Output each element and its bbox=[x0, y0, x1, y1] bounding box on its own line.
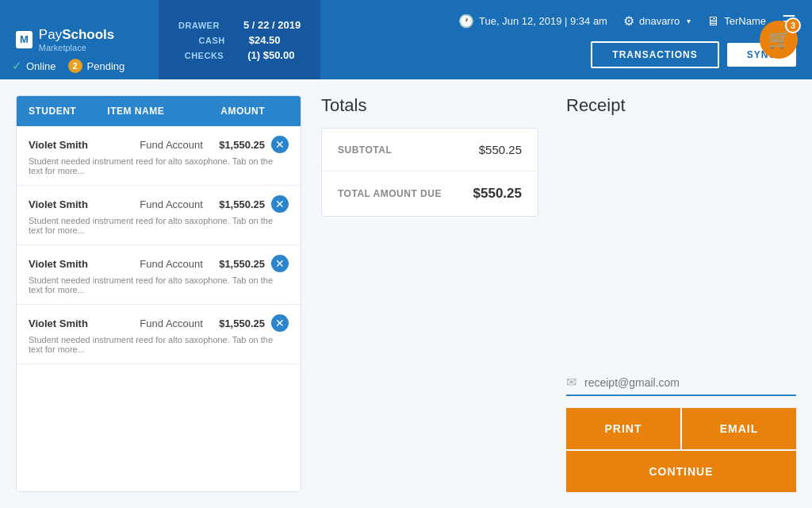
header-right: 🕐 Tue, Jun 12, 2019 | 9:34 am ⚙ dnavarro… bbox=[320, 0, 812, 79]
col-item-header: ITEM NAME bbox=[107, 106, 186, 117]
gear-icon: ⚙ bbox=[623, 13, 634, 29]
subtotal-row: SUBTOTAL $550.25 bbox=[322, 129, 538, 171]
email-row: ✉ bbox=[566, 375, 796, 396]
print-button[interactable]: PRINT bbox=[566, 408, 680, 449]
col-amount-header: AMOUNT bbox=[186, 106, 289, 117]
cart-table: STUDENT ITEM NAME AMOUNT Violet Smith Fu… bbox=[16, 95, 301, 492]
online-status: ✓ Online bbox=[12, 59, 56, 73]
receipt-title: Receipt bbox=[566, 95, 796, 116]
header-user[interactable]: ⚙ dnavarro ▾ bbox=[623, 13, 691, 29]
pending-count-badge: 2 bbox=[68, 59, 82, 73]
table-row: Violet Smith Fund Account $1,550.25 ✕ St… bbox=[17, 245, 301, 305]
pending-status: 2 Pending bbox=[68, 59, 125, 73]
transactions-button[interactable]: TRANSACTIONS bbox=[591, 41, 718, 68]
cart-bubble[interactable]: 🛒 3 bbox=[760, 21, 798, 59]
drawer-info: DRAWER 5 / 22 / 2019 CASH $24.50 CHECKS … bbox=[159, 0, 320, 79]
email-button[interactable]: EMAIL bbox=[682, 408, 796, 449]
table-row: Violet Smith Fund Account $1,550.25 ✕ St… bbox=[17, 305, 301, 364]
remove-item-button[interactable]: ✕ bbox=[271, 136, 289, 153]
logo-text: PaySchools Marketplace bbox=[39, 27, 114, 52]
receipt-area: ✉ PRINT EMAIL CONTINUE bbox=[566, 128, 796, 492]
table-body: Violet Smith Fund Account $1,550.25 ✕ St… bbox=[17, 126, 301, 487]
monitor-icon: 🖥 bbox=[707, 14, 719, 29]
action-buttons: PRINT EMAIL CONTINUE bbox=[566, 408, 796, 492]
totals-panel: Totals SUBTOTAL $550.25 TOTAL AMOUNT DUE… bbox=[301, 79, 558, 508]
clock-icon: 🕐 bbox=[458, 13, 474, 29]
logo-m-icon: M bbox=[16, 31, 33, 48]
totals-box: SUBTOTAL $550.25 TOTAL AMOUNT DUE $550.2… bbox=[321, 128, 538, 217]
table-row: Violet Smith Fund Account $1,550.25 ✕ St… bbox=[17, 186, 301, 245]
print-email-row: PRINT EMAIL bbox=[566, 408, 796, 449]
remove-item-button[interactable]: ✕ bbox=[271, 314, 289, 332]
header-terminal: 🖥 TerName bbox=[707, 14, 766, 29]
col-student-header: STUDENT bbox=[29, 106, 107, 117]
totals-title: Totals bbox=[321, 95, 538, 116]
continue-button[interactable]: CONTINUE bbox=[566, 451, 796, 492]
email-icon: ✉ bbox=[566, 375, 576, 390]
remove-item-button[interactable]: ✕ bbox=[271, 255, 289, 272]
total-row: TOTAL AMOUNT DUE $550.25 bbox=[322, 171, 538, 216]
email-input[interactable] bbox=[584, 376, 796, 389]
receipt-panel: Receipt ✉ PRINT EMAIL CONTINUE bbox=[558, 79, 812, 508]
check-icon: ✓ bbox=[12, 59, 22, 73]
app-header: M PaySchools Marketplace ✓ Online 2 Pend… bbox=[0, 0, 812, 79]
main-content: STUDENT ITEM NAME AMOUNT Violet Smith Fu… bbox=[0, 79, 812, 508]
table-row: Violet Smith Fund Account $1,550.25 ✕ St… bbox=[17, 126, 301, 186]
cart-count-badge: 3 bbox=[785, 17, 801, 33]
header-time: 🕐 Tue, Jun 12, 2019 | 9:34 am bbox=[458, 13, 607, 29]
chevron-down-icon: ▾ bbox=[687, 17, 691, 25]
table-header: STUDENT ITEM NAME AMOUNT bbox=[17, 96, 301, 126]
remove-item-button[interactable]: ✕ bbox=[271, 195, 289, 213]
